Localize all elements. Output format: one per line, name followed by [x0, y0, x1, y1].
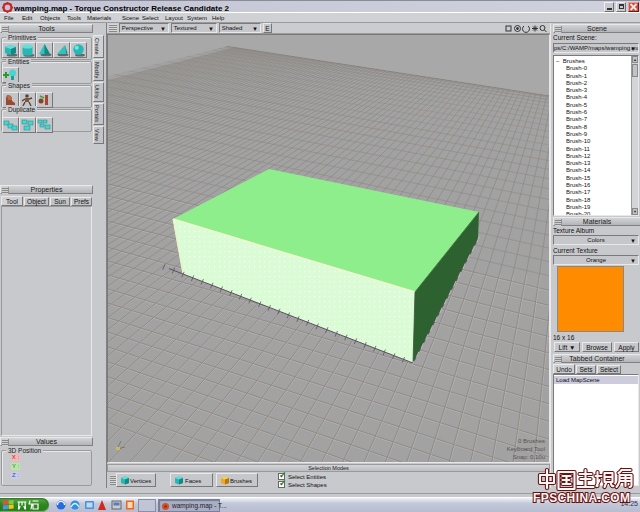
- svg-text:FPSCHINA.COM: FPSCHINA.COM: [533, 491, 630, 505]
